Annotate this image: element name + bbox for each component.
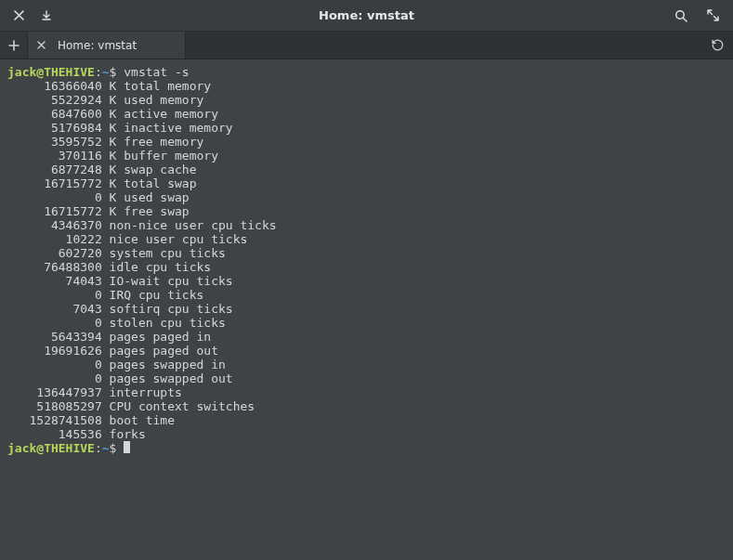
- close-icon[interactable]: [11, 8, 26, 23]
- search-icon[interactable]: [674, 8, 688, 23]
- cursor: [124, 441, 130, 453]
- prompt-line: jack@THEHIVE:~$: [7, 441, 726, 455]
- fullscreen-icon[interactable]: [705, 8, 720, 23]
- output-line: 76488300 idle cpu ticks: [7, 260, 726, 274]
- output-line: 5176984 K inactive memory: [7, 121, 726, 135]
- prompt-user-host: jack@THEHIVE: [7, 441, 95, 455]
- new-tab-button[interactable]: [0, 32, 28, 59]
- titlebar: Home: vmstat: [0, 0, 733, 32]
- output-line: 16715772 K total swap: [7, 176, 726, 190]
- output-line: 16715772 K free swap: [7, 204, 726, 218]
- prompt-line: jack@THEHIVE:~$ vmstat -s: [7, 65, 726, 79]
- output-line: 0 K used swap: [7, 190, 726, 204]
- output-line: 19691626 pages paged out: [7, 344, 726, 358]
- window-title: Home: vmstat: [65, 8, 668, 22]
- output-line: 5522924 K used memory: [7, 93, 726, 107]
- prompt-path: ~: [102, 65, 110, 79]
- prompt-dollar: $: [110, 65, 124, 79]
- tabbar-spacer: [186, 32, 701, 59]
- output-line: 0 IRQ cpu ticks: [7, 288, 726, 302]
- tab-close-icon[interactable]: [33, 38, 48, 53]
- output-line: 145536 forks: [7, 427, 726, 441]
- output-line: 6847600 K active memory: [7, 107, 726, 121]
- output-line: 518085297 CPU context switches: [7, 399, 726, 413]
- output-line: 7043 softirq cpu ticks: [7, 302, 726, 316]
- output-line: 0 pages swapped in: [7, 358, 726, 371]
- prompt-sep: :: [95, 441, 102, 455]
- download-icon[interactable]: [39, 8, 54, 23]
- output-line: 16366040 K total memory: [7, 79, 726, 93]
- output-line: 3595752 K free memory: [7, 135, 726, 149]
- output-line: 370116 K buffer memory: [7, 149, 726, 163]
- terminal[interactable]: jack@THEHIVE:~$ vmstat -s 16366040 K tot…: [0, 59, 733, 560]
- tab-home-vmstat[interactable]: Home: vmstat: [28, 32, 186, 59]
- command-text: vmstat -s: [124, 65, 189, 79]
- output-line: 10222 nice user cpu ticks: [7, 232, 726, 246]
- output-line: 602720 system cpu ticks: [7, 246, 726, 260]
- output-line: 74043 IO-wait cpu ticks: [7, 274, 726, 288]
- output-line: 0 stolen cpu ticks: [7, 316, 726, 330]
- output-line: 4346370 non-nice user cpu ticks: [7, 218, 726, 232]
- output-line: 5643394 pages paged in: [7, 330, 726, 344]
- prompt-path: ~: [102, 441, 110, 455]
- prompt-sep: :: [95, 65, 102, 79]
- output-line: 6877248 K swap cache: [7, 163, 726, 176]
- output-line: 1528741508 boot time: [7, 413, 726, 427]
- tab-label: Home: vmstat: [58, 39, 137, 52]
- prompt-dollar: $: [110, 441, 124, 455]
- output-line: 136447937 interrupts: [7, 385, 726, 399]
- tabbar: Home: vmstat: [0, 32, 733, 59]
- terminal-window: Home: vmstat Home: vmstat jack@THEHIVE:~…: [0, 0, 733, 560]
- history-icon[interactable]: [701, 32, 733, 59]
- output-line: 0 pages swapped out: [7, 371, 726, 385]
- prompt-user-host: jack@THEHIVE: [7, 65, 95, 79]
